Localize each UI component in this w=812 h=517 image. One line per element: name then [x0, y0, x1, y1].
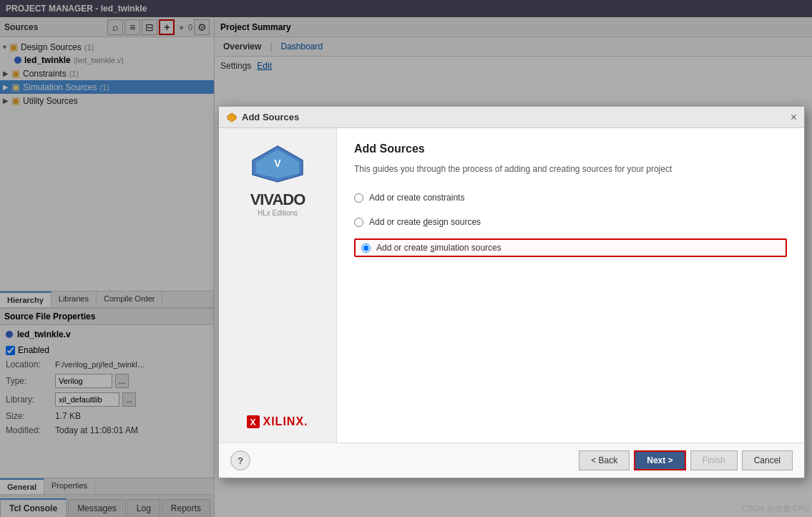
- vivado-logo-graphic: V: [249, 142, 306, 188]
- radio-simulation-label[interactable]: Add or create simulation sources: [376, 243, 502, 253]
- svg-text:X: X: [250, 417, 257, 427]
- radio-design-label[interactable]: Add or create design sources: [369, 217, 481, 227]
- svg-text:V: V: [274, 158, 281, 169]
- add-sources-title: Add Sources: [354, 142, 787, 155]
- radio-option-design: Add or create design sources: [354, 214, 787, 230]
- next-button[interactable]: Next >: [634, 450, 685, 470]
- modal-close-button[interactable]: ×: [791, 112, 797, 123]
- radio-design[interactable]: [354, 218, 363, 227]
- help-button[interactable]: ?: [230, 450, 250, 470]
- cancel-button[interactable]: Cancel: [742, 450, 793, 470]
- vivado-small-icon: [226, 112, 238, 123]
- watermark: CSDN @做童:CPU: [742, 503, 809, 514]
- radio-option-simulation: Add or create simulation sources: [354, 238, 787, 257]
- radio-simulation[interactable]: [361, 243, 371, 253]
- back-button[interactable]: < Back: [579, 450, 630, 470]
- modal-content-section: Add Sources This guides you through the …: [337, 128, 804, 443]
- radio-constraints[interactable]: [354, 193, 363, 203]
- modal-body: V VIVADO HLx Editions X XILINX.: [219, 128, 804, 443]
- modal-titlebar: Add Sources ×: [219, 107, 804, 128]
- footer-buttons: < Back Next > Finish Cancel: [579, 450, 793, 470]
- add-sources-modal: Add Sources × V VIVADO: [218, 106, 805, 478]
- xilinx-text: X XILINX.: [247, 415, 308, 428]
- finish-button[interactable]: Finish: [690, 450, 738, 470]
- add-sources-desc: This guides you through the process of a…: [354, 163, 787, 175]
- vivado-editions: HLx Editions: [249, 209, 306, 217]
- xilinx-logo: X XILINX.: [247, 415, 308, 428]
- xilinx-icon: X: [247, 415, 260, 428]
- vivado-logo-svg: V: [249, 142, 306, 185]
- modal-title: Add Sources: [226, 112, 299, 123]
- radio-constraints-label[interactable]: Add or create constraints: [369, 193, 464, 203]
- vivado-logo: V VIVADO HLx Editions: [249, 142, 306, 217]
- modal-overlay: Add Sources × V VIVADO: [0, 0, 812, 517]
- modal-footer: ? < Back Next > Finish Cancel: [219, 443, 804, 478]
- svg-marker-0: [228, 113, 236, 122]
- radio-option-constraints: Add or create constraints: [354, 190, 787, 206]
- modal-logo-section: V VIVADO HLx Editions X XILINX.: [219, 128, 337, 443]
- vivado-text: VIVADO: [249, 190, 306, 209]
